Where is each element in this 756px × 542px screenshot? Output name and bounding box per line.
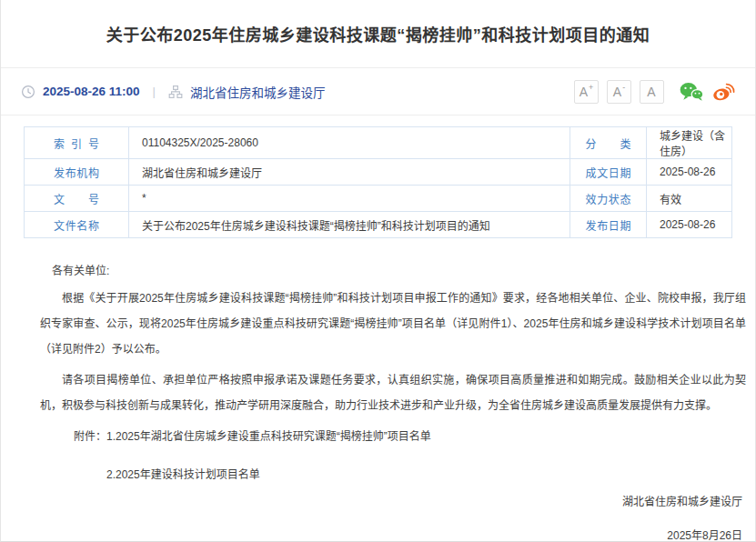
table-row: 发布机构 湖北省住房和城乡建设厅 成文日期 2025-08-26 — [25, 159, 732, 186]
meta-separator: | — [147, 85, 161, 98]
font-size-decrease-button[interactable]: A- — [607, 80, 631, 104]
font-size-increase-button[interactable]: A+ — [574, 80, 599, 104]
attachments-list: 1.2025年湖北省住房城乡建设重点科技研究课题“揭榜挂帅”项目名单 2.202… — [106, 424, 431, 487]
signature-date: 2025年8月26日 — [40, 523, 746, 542]
clock-icon — [21, 85, 35, 99]
source-agency-link[interactable]: 湖北省住房和城乡建设厅 — [190, 83, 326, 101]
table-row: 文号 * 效力状态 有效 — [25, 186, 732, 212]
issuing-agency-label: 发布机构 — [25, 159, 129, 186]
attachments-label: 附件： — [74, 424, 106, 487]
doc-name-value: 关于公布2025年住房城乡建设科技课题“揭榜挂帅”和科技计划项目的通知 — [129, 212, 570, 238]
publish-date-value: 2025-08-26 — [647, 212, 732, 238]
attachment-item: 2.2025年建设科技计划项目名单 — [106, 462, 431, 487]
index-number-label: 索引号 — [25, 127, 129, 159]
paragraph: 根据《关于开展2025年住房城乡建设科技课题“揭榜挂帅”和科技计划项目申报工作的… — [40, 286, 746, 362]
table-row: 文件名称 关于公布2025年住房城乡建设科技课题“揭榜挂帅”和科技计划项目的通知… — [25, 212, 732, 238]
written-date-label: 成文日期 — [570, 159, 647, 186]
table-row: 索引号 01104325X/2025-28060 分类 城乡建设（含住房） — [25, 127, 732, 159]
doc-name-label: 文件名称 — [25, 212, 129, 238]
attachment-item: 1.2025年湖北省住房城乡建设重点科技研究课题“揭榜挂帅”项目名单 — [106, 424, 431, 449]
category-value: 城乡建设（含住房） — [647, 127, 732, 159]
sitemap-icon — [168, 85, 183, 99]
meta-right: A+ A- A — [574, 80, 735, 104]
publish-datetime: 2025-08-26 11:00 — [43, 85, 140, 98]
salutation: 各有关单位: — [40, 258, 746, 284]
meta-left: 2025-08-26 11:00 | 湖北省住房和城乡建设厅 — [21, 83, 325, 101]
wechat-share-icon[interactable] — [680, 81, 703, 103]
page-title: 关于公布2025年住房城乡建设科技课题“揭榜挂帅”和科技计划项目的通知 — [106, 22, 650, 45]
validity-status-value: 有效 — [647, 186, 732, 212]
font-size-reset-button[interactable]: A — [640, 80, 664, 104]
validity-status-label: 效力状态 — [570, 186, 647, 212]
signature-agency: 湖北省住房和城乡建设厅 — [40, 489, 746, 515]
document-info-table: 索引号 01104325X/2025-28060 分类 城乡建设（含住房） 发布… — [24, 126, 732, 238]
attachments-block: 附件： 1.2025年湖北省住房城乡建设重点科技研究课题“揭榜挂帅”项目名单 2… — [74, 424, 746, 487]
paragraph: 请各项目揭榜单位、承担单位严格按照申报承诺及课题任务要求，认真组织实施，确保项目… — [40, 367, 746, 418]
doc-number-label: 文号 — [25, 186, 129, 212]
written-date-value: 2025-08-26 — [647, 159, 732, 186]
weibo-share-icon[interactable] — [711, 81, 735, 103]
index-number-value: 01104325X/2025-28060 — [129, 127, 570, 159]
meta-bar: 2025-08-26 11:00 | 湖北省住房和城乡建设厅 A+ A- A — [1, 68, 755, 115]
document-header: 关于公布2025年住房城乡建设科技课题“揭榜挂帅”和科技计划项目的通知 — [1, 0, 755, 68]
publish-date-label: 发布日期 — [570, 212, 647, 238]
page-container: 关于公布2025年住房城乡建设科技课题“揭榜挂帅”和科技计划项目的通知 2025… — [0, 0, 756, 542]
category-label: 分类 — [570, 127, 647, 159]
article-body: 各有关单位: 根据《关于开展2025年住房城乡建设科技课题“揭榜挂帅”和科技计划… — [1, 258, 755, 542]
issuing-agency-value: 湖北省住房和城乡建设厅 — [129, 159, 570, 186]
doc-number-value: * — [129, 186, 570, 212]
